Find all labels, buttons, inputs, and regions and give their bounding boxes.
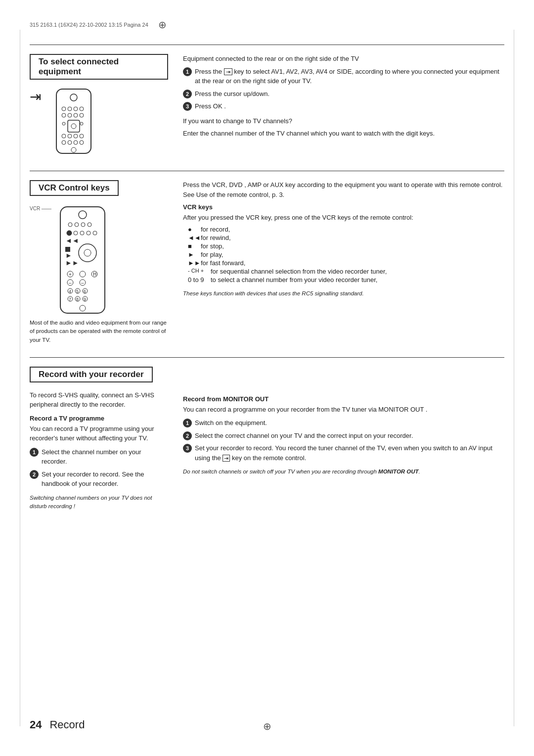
left-border	[20, 30, 20, 726]
svg-point-13	[80, 122, 83, 125]
step1-num: 1	[183, 67, 192, 76]
step2-num: 2	[183, 90, 192, 98]
svg-text:►: ►	[65, 251, 72, 259]
vcr-remote-wrap: VCR ——	[30, 206, 168, 315]
record-italic-note: Switching channel numbers on your TV doe…	[30, 494, 168, 511]
record-right-step2: 2 Select the correct channel on your TV …	[183, 431, 504, 441]
section3: Record with your recorder To record S-VH…	[30, 367, 504, 514]
section1-step3: 3 Press OK .	[183, 101, 504, 111]
rec-step1-text: Select the channel number on your record…	[42, 447, 168, 467]
section1-answer: Enter the channel number of the TV chann…	[183, 129, 504, 139]
crosshair-bottom: ⊕	[263, 721, 271, 731]
svg-point-11	[71, 124, 76, 129]
record-right-step1: 1 Switch on the equipment.	[183, 418, 504, 428]
record-layout: To record S-VHS quality, connect an S-VH…	[30, 390, 504, 514]
section2-left: VCR Control keys VCR ——	[30, 180, 168, 347]
ch-symbol: - CH +	[188, 268, 208, 274]
svg-point-3	[68, 107, 72, 111]
vcr-key-play: ► for play,	[188, 251, 504, 258]
svg-text:7: 7	[69, 297, 71, 302]
page-number: 24	[30, 718, 42, 731]
vcr-key-09: 0 to 9 to select a channel number from y…	[188, 276, 504, 284]
vcr-keys-heading: VCR keys	[183, 203, 504, 211]
svg-point-25	[68, 223, 72, 227]
section1-layout: To select connected equipment ⇥	[30, 54, 504, 161]
page: 315 2163.1 (16X24) 22-10-2002 13:15 Pagi…	[0, 0, 534, 756]
svg-point-4	[74, 107, 78, 111]
stop-label: for stop,	[201, 242, 224, 250]
record-left: To record S-VHS quality, connect an S-VH…	[30, 390, 168, 514]
rec-r-step1-num: 1	[183, 419, 192, 427]
page-footer: 24 Record	[30, 718, 85, 731]
ff-label: for fast forward,	[201, 259, 245, 267]
num-symbol: 0 to 9	[188, 276, 208, 284]
svg-point-9	[80, 113, 84, 117]
section1-intro: Equipment connected to the rear or on th…	[183, 54, 504, 64]
rec-r-step2-text: Select the correct channel on your TV an…	[195, 431, 504, 441]
section2: VCR Control keys VCR ——	[30, 180, 504, 347]
divider-mid	[30, 171, 504, 171]
svg-text:–: –	[81, 280, 84, 285]
step1-text: Press the ⇥ key to select AV1, AV2, AV3,…	[195, 67, 504, 86]
svg-point-18	[62, 141, 66, 144]
section1: To select connected equipment ⇥	[30, 54, 504, 161]
stop-symbol: ■	[188, 242, 198, 250]
cross-bottom-icon: ⊕	[263, 721, 271, 731]
vcr-key-stop: ■ for stop,	[188, 242, 504, 250]
svg-text:8: 8	[76, 297, 79, 302]
svg-text:+: +	[69, 272, 72, 277]
record-symbol: ●	[188, 226, 198, 233]
svg-text:◄◄: ◄◄	[65, 236, 79, 244]
vcr-key-ff: ►► for fast forward,	[188, 259, 504, 267]
rec-r-step3-num: 3	[183, 444, 192, 453]
svg-point-27	[81, 223, 85, 227]
record-right: Record from MONITOR OUT You can record a…	[183, 390, 504, 514]
remote-svg-av	[49, 87, 98, 156]
svg-point-8	[74, 113, 78, 117]
svg-point-39	[84, 249, 91, 256]
rec-r-step3-text: Set your recorder to record. You record …	[195, 443, 504, 463]
svg-point-2	[62, 107, 66, 111]
section2-intro: Press the VCR, DVD , AMP or AUX key acco…	[183, 180, 504, 199]
step2-text: Press the cursor up/down.	[195, 89, 504, 99]
section1-question: If you want to change to TV channels?	[183, 116, 504, 126]
record-sub1-text: You can record a TV programme using your…	[30, 424, 168, 443]
record-sub2-intro: You can record a programme on your recor…	[183, 405, 504, 415]
divider-top	[30, 45, 504, 45]
crosshair-top: ⊕	[158, 20, 167, 30]
section2-left-note: Most of the audio and video equipment fr…	[30, 319, 168, 344]
section2-layout: VCR Control keys VCR ——	[30, 180, 504, 347]
remote-svg-vcr: ◄◄ ► ►► +	[55, 206, 112, 315]
svg-point-24	[79, 211, 87, 219]
svg-point-28	[88, 223, 91, 227]
svg-point-16	[74, 134, 78, 138]
vcr-key-rewind: ◄◄ for rewind,	[188, 234, 504, 241]
rec-step2-num: 2	[30, 470, 39, 479]
record-right-italic: Do not switch channels or switch off you…	[183, 468, 504, 476]
svg-point-29	[67, 231, 72, 236]
doc-ref: 315 2163.1 (16X24) 22-10-2002 13:15 Pagi…	[30, 22, 148, 28]
svg-text:6: 6	[84, 289, 86, 294]
rewind-label: for rewind,	[201, 234, 231, 241]
divider-record	[30, 357, 504, 358]
svg-text:►►: ►►	[65, 259, 79, 267]
vcr-key-record: ● for record,	[188, 226, 504, 233]
svg-rect-0	[56, 89, 91, 153]
record-right-step3: 3 Set your recorder to record. You recor…	[183, 443, 504, 463]
svg-text:5: 5	[76, 289, 79, 294]
play-label: for play,	[201, 251, 223, 258]
vcr-key-ch: - CH + for sequential channel selection …	[188, 268, 504, 275]
ch-label: for sequential channel selection from th…	[211, 268, 387, 275]
section1-right: Equipment connected to the rear or on th…	[183, 54, 504, 161]
svg-point-33	[93, 231, 97, 235]
section3-title: Record with your recorder	[30, 367, 153, 382]
rec-r-step2-num: 2	[183, 431, 192, 440]
meta-header: 315 2163.1 (16X24) 22-10-2002 13:15 Pagi…	[30, 20, 504, 30]
av-icon: ⇥	[30, 89, 41, 105]
svg-point-26	[75, 223, 79, 227]
svg-point-5	[80, 107, 84, 111]
svg-text:H: H	[93, 272, 96, 277]
ff-symbol: ►►	[188, 259, 198, 267]
vcr-keys-list: ● for record, ◄◄ for rewind, ■ for stop,…	[188, 226, 504, 284]
vcr-keys-intro: After you pressed the VCR key, press one…	[183, 213, 504, 223]
